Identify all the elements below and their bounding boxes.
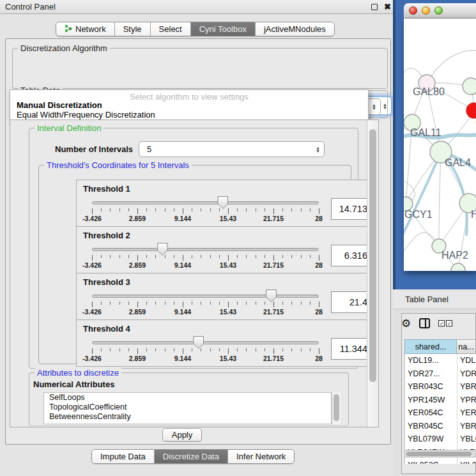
columns-icon[interactable]	[419, 318, 430, 328]
cell-shared-name: YBL079W	[405, 433, 457, 446]
tab-discretize-data[interactable]: Discretize Data	[154, 450, 227, 463]
thresholds-group-title: Threshold's Coordinates for 5 Intervals	[44, 160, 192, 170]
table-row[interactable]: YER054CYER0...	[405, 406, 476, 420]
tab-infer-network[interactable]: Infer Network	[227, 450, 294, 463]
slider-major-tick	[273, 348, 274, 354]
table-panel-titlebar: Table Panel	[393, 289, 476, 309]
popup-placeholder: Select algorithm to view settings	[10, 90, 368, 101]
threshold-slider-handle[interactable]	[193, 336, 204, 349]
slider-major-tick	[92, 348, 93, 354]
slider-handle-face	[158, 243, 167, 255]
network-graph: GAL80GACGAL11GAL4GCY1HHAP2	[404, 19, 476, 271]
slider-major-tick	[137, 302, 138, 307]
attributes-scrollbar-thumb[interactable]	[334, 394, 339, 421]
close-panel-icon[interactable]: ✖	[384, 4, 391, 10]
table-hscrollbar-thumb[interactable]	[406, 452, 472, 456]
table-row[interactable]: YDR27...YDR2...	[405, 367, 476, 381]
column-header-shared-name[interactable]: shared...	[404, 339, 457, 354]
cell-shared-name: YIL052C	[405, 459, 457, 464]
slider-major-tick	[319, 348, 319, 354]
cell-name: YBR0...	[457, 420, 476, 433]
attribute-item[interactable]: TopologicalCoefficient	[44, 403, 331, 412]
network-node[interactable]	[463, 78, 476, 95]
settings-scrollbar-thumb[interactable]	[369, 129, 376, 382]
threshold-slider-handle[interactable]	[157, 243, 168, 256]
cell-shared-name: YER054C	[405, 406, 457, 420]
tab-impute-data[interactable]: Impute Data	[92, 450, 154, 463]
threshold-label: Threshold 1	[83, 184, 130, 194]
threshold-slider-track[interactable]	[92, 201, 319, 204]
tab-cyni-toolbox[interactable]: Cyni Toolbox	[190, 22, 255, 36]
network-view-frame: GAL80GACGAL11GAL4GCY1HHAP2	[393, 0, 476, 289]
slider-tick-label: 2.859	[118, 308, 157, 316]
numerical-attributes-list[interactable]: SelfLoopsTopologicalCoefficientBetweenne…	[43, 392, 332, 424]
gear-icon[interactable]: ⚙	[401, 318, 411, 329]
table-row[interactable]: YDL19...YDL1...	[405, 354, 476, 367]
algorithm-option[interactable]: Equal Width/Frequency Discretization	[10, 111, 368, 120]
network-node[interactable]	[466, 103, 476, 118]
slider-major-tick	[273, 208, 274, 214]
table-row[interactable]: YBR043CYBR0...	[405, 380, 476, 394]
slider-tick-label: 2.859	[118, 261, 157, 269]
slider-major-tick	[92, 208, 93, 214]
tab-network[interactable]: Network	[56, 22, 114, 36]
slider-major-tick	[228, 348, 229, 354]
slider-minor-ticks	[92, 348, 319, 351]
slider-major-tick	[92, 302, 93, 307]
network-icon	[65, 24, 72, 35]
table-row[interactable]: YIL052CYIL0...	[405, 459, 476, 464]
attributes-list-scrollbar[interactable]	[332, 392, 341, 424]
threshold-slider-track[interactable]	[92, 295, 319, 298]
threshold-row: Threshold 3-3.4262.8599.14415.4321.71528…	[76, 273, 379, 320]
slider-handle-face	[194, 337, 203, 348]
tab-jactivemnodules[interactable]: jActiveMNodules	[255, 22, 334, 36]
tab-style[interactable]: Style	[114, 22, 150, 36]
zoom-button[interactable]	[434, 6, 443, 15]
checkbox-icon[interactable]: ✓	[438, 320, 445, 326]
threshold-label: Threshold 4	[83, 324, 130, 334]
table-row[interactable]: YBL079WYBL0...	[405, 433, 476, 446]
slider-tick-label: 9.144	[164, 261, 202, 269]
threshold-slider-handle[interactable]	[266, 289, 277, 302]
table-row[interactable]: YPR145WYPR1...	[405, 394, 476, 407]
threshold-slider-track[interactable]	[92, 341, 319, 344]
minimize-button[interactable]	[422, 6, 430, 15]
slider-major-tick	[319, 255, 319, 261]
column-header-name[interactable]: na...	[457, 339, 476, 354]
slider-major-tick	[228, 208, 229, 214]
table-panel-title: Table Panel	[405, 295, 449, 304]
slider-tick-label: 15.43	[209, 261, 247, 269]
network-canvas[interactable]: GAL80GACGAL11GAL4GCY1HHAP2	[404, 19, 476, 271]
slider-tick-label: 21.715	[254, 355, 293, 362]
table-header-row: shared... na...	[404, 339, 476, 354]
threshold-slider-track[interactable]	[92, 248, 319, 251]
network-window-titlebar[interactable]	[404, 3, 476, 19]
node-label: H	[471, 209, 476, 220]
node-label: GAL11	[410, 127, 441, 138]
slider-major-tick	[183, 208, 183, 214]
combo-arrows-icon: ▲▼	[368, 104, 376, 110]
slider-minor-ticks	[92, 302, 319, 305]
attribute-item[interactable]: BetweennessCentrality	[44, 412, 331, 422]
attribute-item[interactable]: SelfLoops	[44, 393, 331, 403]
threshold-slider-handle[interactable]	[217, 196, 228, 209]
num-intervals-select[interactable]: 5 ▲▼	[139, 141, 325, 157]
algorithm-option[interactable]: Manual Discretization	[10, 101, 368, 111]
float-panel-icon[interactable]	[371, 4, 378, 10]
numerical-attributes-heading: Numerical Attributes	[33, 380, 114, 389]
cell-shared-name: YBR045C	[405, 420, 457, 433]
table-hscrollbar[interactable]	[404, 450, 476, 457]
table-row[interactable]: YBR045CYBR0...	[405, 420, 476, 433]
slider-tick-label: 21.715	[254, 261, 293, 269]
close-button[interactable]	[409, 6, 417, 15]
combo-arrows-icon: ▲▼	[312, 146, 320, 153]
threshold-row: Threshold 1-3.4262.8599.14415.4321.71528…	[76, 180, 379, 227]
tab-select[interactable]: Select	[150, 22, 190, 36]
settings-scrollbar[interactable]	[367, 120, 378, 427]
checkbox-icon[interactable]: ✓	[446, 320, 452, 326]
slider-tick-label: 21.715	[254, 308, 293, 316]
apply-button[interactable]: Apply	[162, 428, 202, 441]
network-edge-thick	[404, 152, 441, 239]
cell-name: YIL0...	[457, 459, 476, 464]
cyni-toolbox-panel: Discretization Algorithm ▲▼ Table Data g…	[5, 38, 391, 445]
